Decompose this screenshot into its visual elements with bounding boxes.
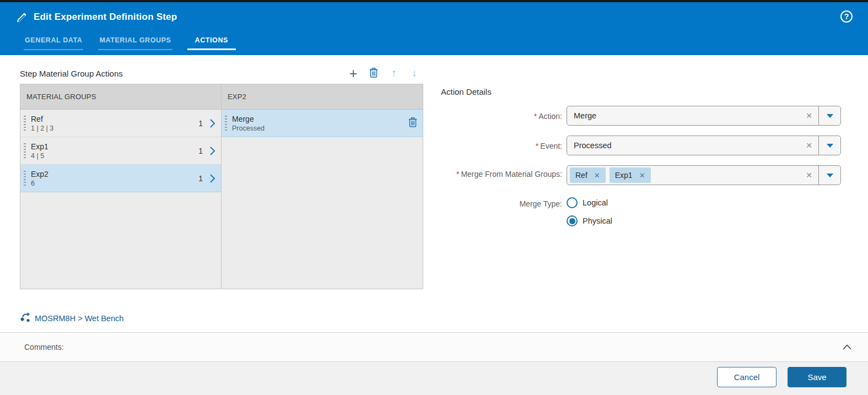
- clear-icon[interactable]: ✕: [800, 111, 818, 120]
- chevron-right-icon[interactable]: [209, 146, 215, 156]
- radio-physical[interactable]: Physical: [567, 215, 612, 226]
- comments-section: Comments:: [0, 332, 868, 362]
- dialog-header: Edit Experiment Definition Step ? GENERA…: [0, 2, 868, 55]
- merge-type-radio-group: Logical Physical: [567, 195, 612, 226]
- action-label: Action:: [538, 112, 562, 121]
- chip-exp1[interactable]: Exp1 ✕: [610, 167, 651, 183]
- section-title: Step Material Group Actions: [20, 69, 123, 78]
- merge-from-label: Merge From Material Groups:: [461, 170, 562, 178]
- edit-experiment-dialog: Edit Experiment Definition Step ? GENERA…: [0, 0, 868, 395]
- event-label: Event:: [540, 142, 562, 150]
- radio-physical-label: Physical: [583, 217, 612, 225]
- dropdown-button[interactable]: [818, 136, 840, 155]
- merge-from-multiselect[interactable]: Ref ✕ Exp1 ✕ ✕: [567, 165, 841, 185]
- group-steps: 1 | 2 | 3: [31, 125, 198, 132]
- material-group-row-ref[interactable]: Ref 1 | 2 | 3 1: [20, 110, 221, 137]
- merge-type-field-row: Merge Type: Logical Physical: [441, 195, 853, 226]
- action-count: 1: [198, 174, 203, 183]
- group-name: Exp1: [31, 142, 198, 151]
- event-value: Processed: [567, 141, 800, 150]
- radio-logical-label: Logical: [583, 198, 608, 207]
- chevron-up-icon: [843, 342, 851, 352]
- merge-type-label: Merge Type:: [519, 199, 562, 208]
- edit-pencil-icon: [17, 12, 27, 23]
- required-asterisk: *: [536, 142, 538, 150]
- add-action-button[interactable]: +: [348, 67, 359, 79]
- dialog-footer: Cancel Save: [0, 362, 868, 395]
- dialog-title: Edit Experiment Definition Step: [34, 12, 177, 23]
- group-name: Exp2: [31, 170, 198, 178]
- material-group-row-exp1[interactable]: Exp1 4 | 5 1: [20, 137, 221, 165]
- move-up-button[interactable]: ↑: [389, 67, 400, 79]
- radio-checked-icon[interactable]: [567, 215, 578, 226]
- action-count: 1: [198, 147, 203, 155]
- material-groups-table: MATERIAL GROUPS Ref 1 | 2 | 3 1 Exp1 4 |…: [20, 84, 423, 289]
- trash-icon: [369, 67, 378, 80]
- action-title: Merge: [232, 115, 408, 123]
- tab-general-data[interactable]: GENERAL DATA: [24, 36, 83, 50]
- merge-from-field-row: *Merge From Material Groups: Ref ✕ Exp1 …: [441, 165, 853, 185]
- chevron-down-icon: [827, 174, 833, 177]
- material-groups-column: MATERIAL GROUPS Ref 1 | 2 | 3 1 Exp1 4 |…: [20, 84, 222, 289]
- chip-remove-icon[interactable]: ✕: [594, 171, 600, 180]
- drag-handle-icon[interactable]: [24, 116, 26, 131]
- action-subtitle: Processed: [232, 125, 408, 132]
- empty-area: [222, 137, 423, 289]
- action-details-title: Action Details: [441, 87, 853, 96]
- clear-icon[interactable]: ✕: [800, 141, 818, 150]
- drag-handle-icon[interactable]: [24, 171, 26, 186]
- tab-actions[interactable]: ACTIONS: [187, 36, 236, 50]
- material-group-row-exp2[interactable]: Exp2 6 1: [20, 165, 221, 192]
- breadcrumb-text: MOSRM8H > Wet Bench: [35, 314, 123, 323]
- action-field-row: *Action: Merge ✕: [441, 106, 853, 126]
- actions-toolbar: + ↑ ↓: [348, 67, 423, 79]
- cancel-button[interactable]: Cancel: [717, 367, 777, 387]
- move-down-button[interactable]: ↓: [409, 67, 420, 79]
- save-button[interactable]: Save: [788, 367, 847, 387]
- exp2-actions-column: EXP2 Merge Processed: [222, 84, 423, 289]
- action-value: Merge: [567, 111, 800, 120]
- chevron-down-icon: [827, 114, 833, 118]
- event-combobox[interactable]: Processed ✕: [567, 136, 841, 155]
- collapse-comments-button[interactable]: [843, 342, 851, 352]
- drag-handle-icon[interactable]: [24, 143, 26, 159]
- action-row-merge[interactable]: Merge Processed: [222, 110, 423, 137]
- dropdown-button[interactable]: [818, 106, 840, 125]
- required-asterisk: *: [456, 170, 459, 178]
- drag-handle-icon[interactable]: [225, 116, 227, 131]
- column-header-exp2: EXP2: [222, 84, 423, 110]
- empty-area: [20, 192, 221, 289]
- clear-icon[interactable]: ✕: [800, 171, 818, 180]
- flow-icon: [20, 312, 31, 325]
- chevron-right-icon[interactable]: [209, 174, 215, 183]
- chip-label: Ref: [575, 171, 587, 180]
- group-steps: 4 | 5: [31, 152, 198, 160]
- chevron-down-icon: [827, 144, 833, 148]
- column-header-material-groups: MATERIAL GROUPS: [20, 84, 221, 110]
- chip-remove-icon[interactable]: ✕: [639, 171, 645, 180]
- required-asterisk: *: [534, 112, 537, 121]
- action-combobox[interactable]: Merge ✕: [567, 106, 841, 126]
- help-icon[interactable]: ?: [840, 10, 853, 23]
- delete-action-button[interactable]: [368, 67, 379, 79]
- group-steps: 6: [31, 180, 198, 187]
- chevron-right-icon[interactable]: [209, 118, 215, 128]
- action-details-panel: Action Details *Action: Merge ✕ *Event: …: [441, 87, 853, 236]
- dropdown-button[interactable]: [818, 166, 840, 185]
- radio-logical[interactable]: Logical: [567, 197, 612, 208]
- comments-label: Comments:: [24, 343, 64, 351]
- tab-bar: GENERAL DATA MATERIAL GROUPS ACTIONS: [24, 36, 236, 50]
- chip-ref[interactable]: Ref ✕: [570, 167, 606, 183]
- delete-row-trash-icon[interactable]: [408, 117, 417, 129]
- tab-material-groups[interactable]: MATERIAL GROUPS: [98, 36, 172, 50]
- radio-unchecked-icon[interactable]: [567, 197, 578, 208]
- step-material-group-actions-panel: Step Material Group Actions + ↑ ↓ MATERI…: [20, 65, 423, 289]
- flow-breadcrumb-link[interactable]: MOSRM8H > Wet Bench: [20, 312, 123, 325]
- action-count: 1: [198, 119, 203, 128]
- chip-label: Exp1: [615, 171, 633, 180]
- event-field-row: *Event: Processed ✕: [441, 136, 853, 155]
- group-name: Ref: [31, 115, 198, 123]
